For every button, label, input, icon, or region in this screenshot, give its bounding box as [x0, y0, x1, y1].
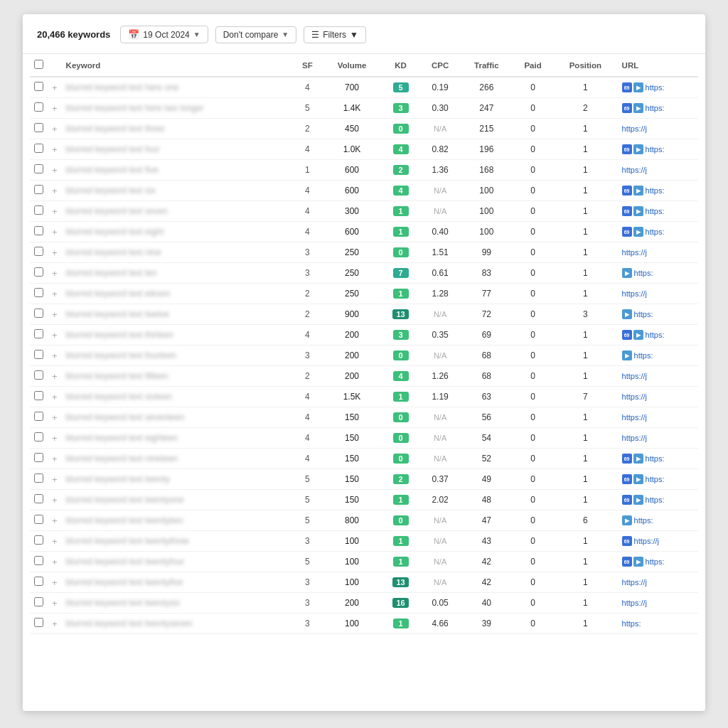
row-checkbox-cell[interactable] [30, 552, 48, 572]
url-text[interactable]: https: [646, 104, 665, 112]
url-text[interactable]: https: [634, 351, 653, 360]
url-cell[interactable]: ▶ https: [618, 510, 698, 531]
row-checkbox[interactable] [34, 370, 43, 380]
url-text[interactable]: https: [646, 496, 665, 504]
plus-icon[interactable]: + [52, 557, 58, 567]
url-cell[interactable]: 69 ▶ https: [618, 181, 698, 201]
plus-icon[interactable]: + [52, 474, 58, 485]
row-checkbox[interactable] [34, 164, 43, 173]
add-keyword-cell[interactable]: + [48, 346, 62, 366]
url-cell[interactable]: 69 ▶ https: [618, 201, 698, 222]
row-checkbox-cell[interactable] [30, 614, 48, 634]
row-checkbox[interactable] [34, 267, 43, 277]
url-text[interactable]: https://j [622, 372, 647, 380]
add-keyword-cell[interactable]: + [48, 387, 62, 407]
row-checkbox-cell[interactable] [30, 449, 48, 469]
row-checkbox-cell[interactable] [30, 139, 48, 160]
row-checkbox-cell[interactable] [30, 201, 48, 222]
row-checkbox-cell[interactable] [30, 263, 48, 284]
row-checkbox[interactable] [34, 102, 43, 112]
row-checkbox[interactable] [34, 185, 43, 194]
url-text[interactable]: https: [646, 83, 665, 92]
row-checkbox[interactable] [34, 453, 43, 462]
add-keyword-cell[interactable]: + [48, 77, 62, 98]
url-text[interactable]: https://j [622, 166, 647, 174]
url-text[interactable]: https://j [622, 392, 647, 401]
url-text[interactable]: https: [646, 557, 665, 566]
plus-icon[interactable]: + [52, 598, 58, 609]
row-checkbox-cell[interactable] [30, 304, 48, 325]
add-keyword-cell[interactable]: + [48, 160, 62, 181]
row-checkbox-cell[interactable] [30, 160, 48, 181]
plus-icon[interactable]: + [52, 433, 58, 444]
url-cell[interactable]: 69 ▶ https: [618, 77, 698, 98]
url-cell[interactable]: ▶ https: [618, 304, 698, 325]
url-text[interactable]: https://j [622, 578, 647, 587]
url-text[interactable]: https: [634, 310, 653, 318]
url-cell[interactable]: 69 ▶ https: [618, 222, 698, 242]
url-text[interactable]: https: [646, 331, 665, 339]
add-keyword-cell[interactable]: + [48, 552, 62, 572]
row-checkbox[interactable] [34, 144, 43, 153]
row-checkbox-cell[interactable] [30, 98, 48, 119]
plus-icon[interactable]: + [52, 350, 58, 361]
plus-icon[interactable]: + [52, 392, 58, 402]
plus-icon[interactable]: + [52, 247, 58, 258]
url-cell[interactable]: 69 ▶ https: [618, 98, 698, 119]
plus-icon[interactable]: + [52, 619, 58, 629]
row-checkbox[interactable] [34, 329, 43, 338]
add-keyword-cell[interactable]: + [48, 614, 62, 634]
add-keyword-cell[interactable]: + [48, 428, 62, 449]
add-keyword-cell[interactable]: + [48, 263, 62, 284]
add-keyword-cell[interactable]: + [48, 119, 62, 139]
select-all-checkbox[interactable] [34, 60, 43, 69]
plus-icon[interactable]: + [52, 495, 58, 505]
row-checkbox-cell[interactable] [30, 572, 48, 593]
url-text[interactable]: https: [646, 454, 665, 463]
url-cell[interactable]: 69 ▶ https: [618, 490, 698, 510]
row-checkbox-cell[interactable] [30, 77, 48, 98]
row-checkbox[interactable] [34, 350, 43, 359]
add-keyword-cell[interactable]: + [48, 490, 62, 510]
url-cell[interactable]: 69 ▶ https: [618, 139, 698, 160]
add-keyword-cell[interactable]: + [48, 449, 62, 469]
row-checkbox-cell[interactable] [30, 469, 48, 490]
plus-icon[interactable]: + [52, 144, 58, 155]
plus-icon[interactable]: + [52, 371, 58, 382]
add-keyword-cell[interactable]: + [48, 222, 62, 242]
kd-header[interactable]: KD [382, 54, 420, 77]
add-keyword-cell[interactable]: + [48, 201, 62, 222]
url-text[interactable]: https://j [622, 434, 647, 442]
url-text[interactable]: https: [646, 228, 665, 236]
url-text[interactable]: https: [622, 619, 641, 628]
row-checkbox[interactable] [34, 597, 43, 606]
row-checkbox[interactable] [34, 309, 43, 318]
select-all-header[interactable] [30, 54, 48, 77]
url-text[interactable]: https: [646, 475, 665, 483]
plus-icon[interactable]: + [52, 103, 58, 114]
plus-icon[interactable]: + [52, 124, 58, 134]
add-keyword-cell[interactable]: + [48, 366, 62, 387]
plus-icon[interactable]: + [52, 186, 58, 196]
row-checkbox-cell[interactable] [30, 325, 48, 346]
row-checkbox-cell[interactable] [30, 490, 48, 510]
row-checkbox-cell[interactable] [30, 119, 48, 139]
row-checkbox[interactable] [34, 391, 43, 400]
url-cell[interactable]: ▶ https: [618, 263, 698, 284]
row-checkbox[interactable] [34, 288, 43, 297]
add-keyword-cell[interactable]: + [48, 304, 62, 325]
add-keyword-cell[interactable]: + [48, 510, 62, 531]
row-checkbox[interactable] [34, 494, 43, 503]
row-checkbox-cell[interactable] [30, 242, 48, 263]
plus-icon[interactable]: + [52, 515, 58, 526]
row-checkbox[interactable] [34, 123, 43, 132]
row-checkbox-cell[interactable] [30, 346, 48, 366]
row-checkbox[interactable] [34, 82, 43, 91]
url-text[interactable]: https://j [622, 599, 647, 607]
add-keyword-cell[interactable]: + [48, 531, 62, 552]
add-keyword-cell[interactable]: + [48, 242, 62, 263]
row-checkbox-cell[interactable] [30, 510, 48, 531]
url-cell[interactable]: https://j [618, 242, 698, 263]
cpc-header[interactable]: CPC [420, 54, 461, 77]
row-checkbox[interactable] [34, 473, 43, 483]
